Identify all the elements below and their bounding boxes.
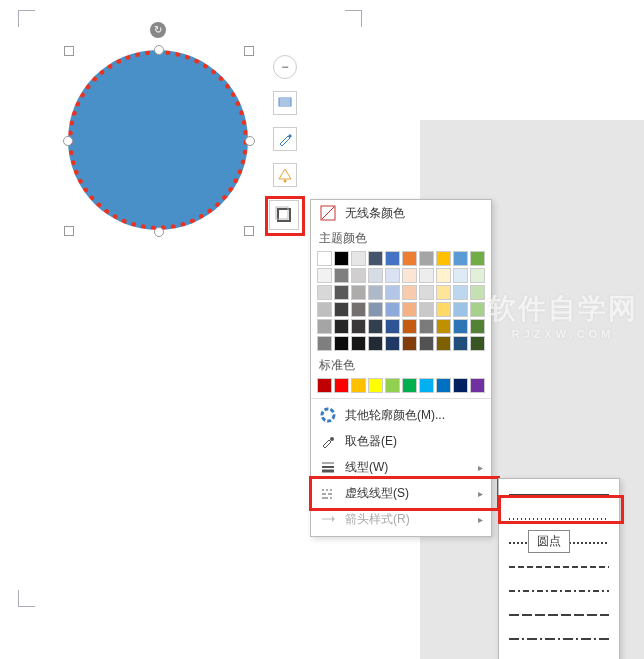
color-swatch[interactable] [368, 319, 383, 334]
color-swatch[interactable] [453, 251, 468, 266]
theme-colors-label: 主题颜色 [311, 226, 491, 249]
color-swatch[interactable] [334, 285, 349, 300]
color-swatch[interactable] [470, 378, 485, 393]
color-swatch[interactable] [470, 285, 485, 300]
color-swatch[interactable] [470, 302, 485, 317]
color-swatch[interactable] [419, 336, 434, 351]
color-swatch[interactable] [453, 302, 468, 317]
color-swatch[interactable] [368, 251, 383, 266]
color-swatch[interactable] [368, 285, 383, 300]
color-swatch[interactable] [317, 336, 332, 351]
resize-handle-tl[interactable] [64, 46, 74, 56]
color-swatch[interactable] [334, 336, 349, 351]
color-swatch[interactable] [402, 302, 417, 317]
color-swatch[interactable] [385, 302, 400, 317]
resize-handle-bl[interactable] [64, 226, 74, 236]
color-swatch[interactable] [317, 319, 332, 334]
color-swatch[interactable] [317, 251, 332, 266]
color-swatch[interactable] [351, 268, 366, 283]
color-swatch[interactable] [419, 285, 434, 300]
color-swatch[interactable] [453, 285, 468, 300]
color-swatch[interactable] [436, 336, 451, 351]
color-swatch[interactable] [402, 336, 417, 351]
color-swatch[interactable] [334, 319, 349, 334]
color-swatch[interactable] [351, 378, 366, 393]
color-swatch[interactable] [470, 268, 485, 283]
eyedropper-item[interactable]: 取色器(E) [311, 428, 491, 454]
selected-shape[interactable]: ↻ [68, 50, 248, 230]
resize-handle-br[interactable] [244, 226, 254, 236]
color-swatch[interactable] [436, 378, 451, 393]
color-swatch[interactable] [334, 251, 349, 266]
color-swatch[interactable] [419, 319, 434, 334]
chevron-right-icon: ▸ [478, 514, 483, 525]
resize-handle-r[interactable] [245, 136, 255, 146]
weight-item[interactable]: 线型(W) ▸ [311, 454, 491, 480]
color-swatch[interactable] [402, 285, 417, 300]
color-swatch[interactable] [351, 285, 366, 300]
color-swatch[interactable] [317, 268, 332, 283]
color-swatch[interactable] [351, 319, 366, 334]
color-swatch[interactable] [385, 319, 400, 334]
color-swatch[interactable] [419, 251, 434, 266]
rotate-handle[interactable]: ↻ [150, 22, 166, 38]
dash-option-dash[interactable] [499, 555, 619, 579]
no-outline-item[interactable]: 无线条颜色 [311, 200, 491, 226]
collapse-button[interactable]: − [273, 55, 297, 79]
color-swatch[interactable] [419, 378, 434, 393]
color-swatch[interactable] [368, 302, 383, 317]
color-swatch[interactable] [385, 336, 400, 351]
fill-button[interactable] [273, 91, 297, 115]
resize-handle-b[interactable] [154, 227, 164, 237]
color-swatch[interactable] [334, 378, 349, 393]
color-swatch[interactable] [317, 302, 332, 317]
color-swatch[interactable] [317, 378, 332, 393]
color-swatch[interactable] [317, 285, 332, 300]
dash-option-long-dash-dot[interactable] [499, 627, 619, 651]
color-swatch[interactable] [453, 268, 468, 283]
color-swatch[interactable] [351, 336, 366, 351]
color-swatch[interactable] [419, 302, 434, 317]
color-swatch[interactable] [334, 302, 349, 317]
color-swatch[interactable] [436, 251, 451, 266]
color-swatch[interactable] [436, 302, 451, 317]
color-swatch[interactable] [402, 268, 417, 283]
color-swatch[interactable] [470, 319, 485, 334]
more-colors-item[interactable]: 其他轮廓颜色(M)... [311, 402, 491, 428]
circle-shape[interactable] [68, 50, 248, 230]
color-swatch[interactable] [470, 251, 485, 266]
color-swatch[interactable] [351, 251, 366, 266]
color-swatch[interactable] [436, 268, 451, 283]
color-swatch[interactable] [368, 268, 383, 283]
color-swatch[interactable] [368, 336, 383, 351]
color-swatch[interactable] [385, 268, 400, 283]
color-swatch[interactable] [453, 378, 468, 393]
color-swatch[interactable] [470, 336, 485, 351]
color-swatch[interactable] [453, 336, 468, 351]
resize-handle-t[interactable] [154, 45, 164, 55]
color-swatch[interactable] [436, 285, 451, 300]
color-swatch[interactable] [402, 319, 417, 334]
color-swatch[interactable] [436, 319, 451, 334]
color-swatch[interactable] [419, 268, 434, 283]
color-swatch[interactable] [385, 251, 400, 266]
slide-corner [18, 10, 35, 27]
effects-button[interactable] [273, 163, 297, 187]
dashes-item[interactable]: 虚线线型(S) ▸ [311, 480, 491, 506]
color-swatch[interactable] [402, 251, 417, 266]
outline-button[interactable] [269, 200, 299, 230]
color-swatch[interactable] [453, 319, 468, 334]
color-wheel-icon [319, 406, 337, 424]
color-swatch[interactable] [334, 268, 349, 283]
color-swatch[interactable] [368, 378, 383, 393]
resize-handle-l[interactable] [63, 136, 73, 146]
color-swatch[interactable] [385, 285, 400, 300]
dash-option-dash-dot[interactable] [499, 579, 619, 603]
color-swatch[interactable] [385, 378, 400, 393]
resize-handle-tr[interactable] [244, 46, 254, 56]
dash-option-long-dash[interactable] [499, 603, 619, 627]
color-swatch[interactable] [351, 302, 366, 317]
color-swatch[interactable] [402, 378, 417, 393]
pen-button[interactable] [273, 127, 297, 151]
dash-option-long-dash-dot-dot[interactable] [499, 651, 619, 659]
